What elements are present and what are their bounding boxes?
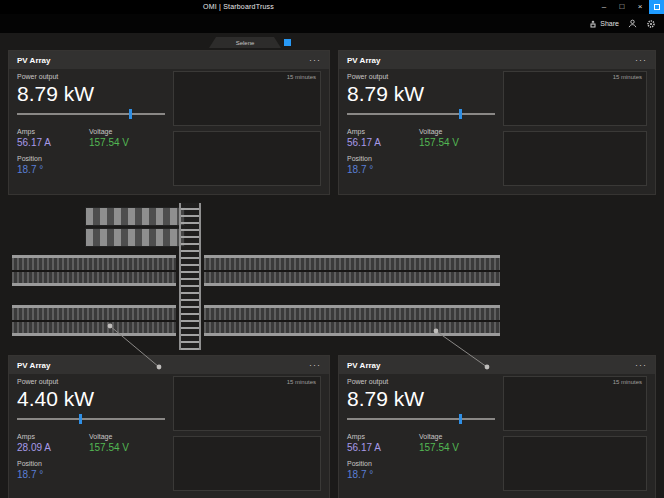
solar-array-graphic	[0, 195, 664, 373]
corner-app-icon[interactable]	[649, 0, 664, 14]
truss-mast	[179, 203, 201, 350]
amps-label: Amps	[347, 433, 419, 440]
card-header: PV Array ···	[9, 356, 329, 374]
card-body: Power output 8.79 kW Amps 56.17 A Voltag…	[339, 374, 655, 498]
card-more-button[interactable]: ···	[309, 360, 321, 370]
card-body: Power output 8.79 kW Amps 56.17 A Voltag…	[9, 69, 329, 194]
amps-value: 56.17 A	[347, 442, 419, 453]
minimize-button[interactable]: –	[595, 0, 613, 14]
tab-indicator[interactable]	[284, 39, 291, 46]
slider-thumb[interactable]	[129, 109, 132, 119]
amps-metric: Amps 56.17 A	[347, 128, 419, 148]
corner-app-glyph	[654, 4, 660, 10]
slider-thumb[interactable]	[459, 414, 462, 424]
amps-metric: Amps 56.17 A	[347, 433, 419, 453]
close-button[interactable]: ×	[631, 0, 649, 14]
folded-panel-row	[85, 207, 185, 226]
folded-solar-panel	[85, 207, 185, 247]
chart-area: 15 minutes	[173, 376, 321, 491]
amps-value: 56.17 A	[17, 137, 89, 148]
voltage-value: 157.54 V	[89, 442, 161, 453]
command-bar-actions: Share	[589, 14, 656, 33]
chart-range-label: 15 minutes	[613, 379, 642, 385]
feedback-person-icon[interactable]	[628, 19, 637, 28]
share-icon	[589, 20, 597, 28]
amps-metric: Amps 56.17 A	[17, 128, 89, 148]
voltage-metric: Voltage 157.54 V	[419, 433, 491, 453]
window-controls: – □ ×	[595, 0, 664, 14]
amps-label: Amps	[347, 128, 419, 135]
chart-area: 15 minutes	[173, 71, 321, 186]
sparkline-panel-top: 15 minutes	[503, 376, 647, 431]
card-header: PV Array ···	[339, 356, 655, 374]
slider-track	[347, 113, 495, 115]
solar-wing-top-left	[12, 255, 176, 286]
voltage-metric: Voltage 157.54 V	[89, 128, 161, 148]
settings-gear-icon[interactable]	[646, 19, 656, 29]
share-label: Share	[600, 20, 619, 27]
voltage-metric: Voltage 157.54 V	[419, 128, 491, 148]
slider-thumb[interactable]	[79, 414, 82, 424]
slider-thumb[interactable]	[459, 109, 462, 119]
card-title: PV Array	[347, 56, 381, 65]
power-slider[interactable]	[347, 109, 495, 119]
chart-range-label: 15 minutes	[287, 74, 316, 80]
callout-lines	[0, 195, 664, 373]
sparkline-panel-bottom	[503, 131, 647, 186]
sparkline-panel-top: 15 minutes	[173, 71, 321, 126]
card-body: Power output 4.40 kW Amps 28.09 A Voltag…	[9, 374, 329, 498]
chart-range-label: 15 minutes	[287, 379, 316, 385]
card-title: PV Array	[17, 361, 51, 370]
card-header: PV Array ···	[9, 51, 329, 69]
sparkline-panel-top: 15 minutes	[503, 71, 647, 126]
slider-track	[347, 418, 495, 420]
voltage-value: 157.54 V	[419, 137, 491, 148]
sparkline-panel-top: 15 minutes	[173, 376, 321, 431]
chart-area: 15 minutes	[503, 71, 647, 186]
slider-track	[17, 113, 165, 115]
amps-metric: Amps 28.09 A	[17, 433, 89, 453]
power-slider[interactable]	[17, 109, 165, 119]
solar-wing-bottom-left	[12, 305, 176, 336]
maximize-button[interactable]: □	[613, 0, 631, 14]
sparkline-panel-bottom	[173, 131, 321, 186]
card-title: PV Array	[347, 361, 381, 370]
voltage-label: Voltage	[89, 128, 161, 135]
voltage-value: 157.54 V	[89, 137, 161, 148]
sparkline-panel-bottom	[173, 436, 321, 491]
card-more-button[interactable]: ···	[635, 360, 647, 370]
window-titlebar: OMI | StarboardTruss – □ ×	[0, 0, 664, 14]
tab-group: Selene	[209, 37, 291, 48]
voltage-label: Voltage	[419, 433, 491, 440]
tab-selene[interactable]: Selene	[209, 37, 281, 48]
card-header: PV Array ···	[339, 51, 655, 69]
slider-track	[17, 418, 165, 420]
pv-array-card-top-right: PV Array ··· Power output 8.79 kW Amps 5…	[338, 50, 656, 195]
share-button[interactable]: Share	[589, 20, 619, 28]
pv-array-card-top-left: PV Array ··· Power output 8.79 kW Amps 5…	[8, 50, 330, 195]
pv-array-card-bottom-right: PV Array ··· Power output 8.79 kW Amps 5…	[338, 355, 656, 498]
power-slider[interactable]	[17, 414, 165, 424]
voltage-value: 157.54 V	[419, 442, 491, 453]
card-title: PV Array	[17, 56, 51, 65]
amps-label: Amps	[17, 128, 89, 135]
voltage-label: Voltage	[89, 433, 161, 440]
tab-label: Selene	[236, 40, 255, 46]
sparkline-panel-bottom	[503, 436, 647, 491]
solar-wing-top-right	[204, 255, 500, 286]
chart-range-label: 15 minutes	[613, 74, 642, 80]
amps-value: 28.09 A	[17, 442, 89, 453]
card-body: Power output 8.79 kW Amps 56.17 A Voltag…	[339, 69, 655, 194]
folded-panel-row	[85, 228, 185, 247]
voltage-label: Voltage	[419, 128, 491, 135]
window-title: OMI | StarboardTruss	[203, 3, 274, 10]
card-more-button[interactable]: ···	[309, 55, 321, 65]
amps-value: 56.17 A	[347, 137, 419, 148]
amps-label: Amps	[17, 433, 89, 440]
card-more-button[interactable]: ···	[635, 55, 647, 65]
pv-array-card-bottom-left: PV Array ··· Power output 4.40 kW Amps 2…	[8, 355, 330, 498]
chart-area: 15 minutes	[503, 376, 647, 491]
power-slider[interactable]	[347, 414, 495, 424]
voltage-metric: Voltage 157.54 V	[89, 433, 161, 453]
command-bar: Share	[0, 14, 664, 33]
